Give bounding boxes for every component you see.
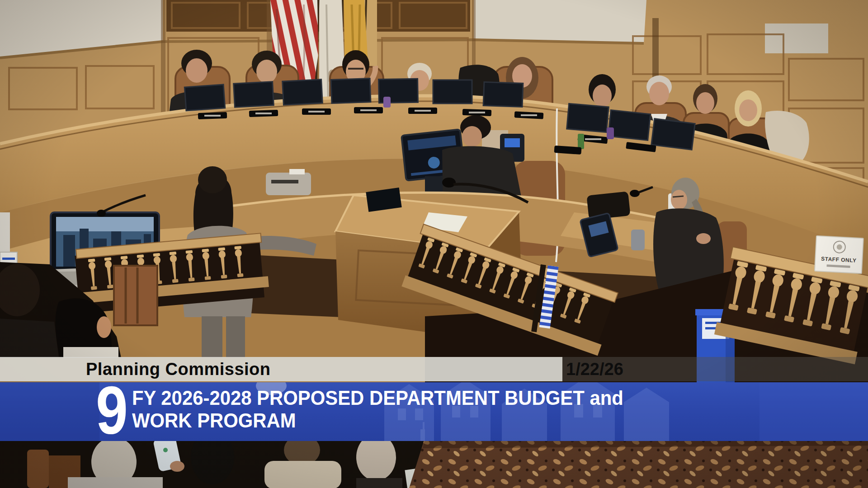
agenda-item-title-line1: FY 2026-2028 PROPOSED DEPARTMENT BUDGET … bbox=[132, 387, 623, 409]
program-title: Planning Commission bbox=[86, 360, 271, 379]
agenda-item-title-line2: WORK PROGRAM bbox=[132, 409, 623, 432]
agenda-item-title: FY 2026-2028 PROPOSED DEPARTMENT BUDGET … bbox=[132, 387, 623, 432]
agenda-item-number: 9 bbox=[96, 382, 128, 441]
lower-third-header-bar: Planning Commission bbox=[0, 357, 562, 381]
agenda-item-bar: 9 FY 2026-2028 PROPOSED DEPARTMENT BUDGE… bbox=[0, 382, 868, 441]
lower-third-date-section: 1/22/26 bbox=[562, 357, 868, 381]
video-frame: STAFF ONLY bbox=[0, 0, 868, 488]
date-label: 1/22/26 bbox=[566, 360, 623, 379]
